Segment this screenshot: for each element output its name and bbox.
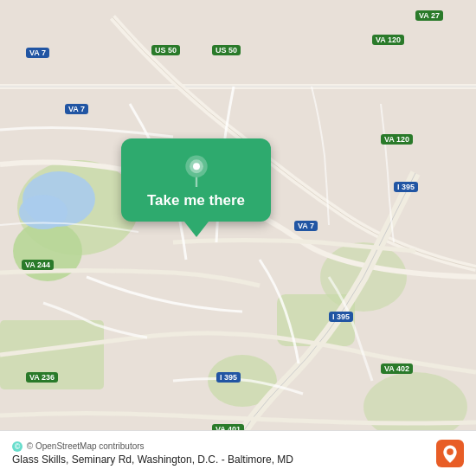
road-badge-va120-top: VA 120 <box>372 35 404 45</box>
road-badge-va7-top-left: VA 7 <box>26 48 49 58</box>
take-me-there-label: Take me there <box>147 192 245 209</box>
osm-icon: © <box>12 441 23 452</box>
road-badge-va236: VA 236 <box>26 372 58 383</box>
road-badge-va27: VA 27 <box>415 10 443 21</box>
road-badge-us50-left: US 50 <box>151 45 180 55</box>
road-badge-i395-mid: I 395 <box>329 312 353 322</box>
bottom-left: © © OpenStreetMap contributors Glass Ski… <box>12 441 293 466</box>
road-badge-va7-lower: VA 7 <box>294 221 318 231</box>
map-container: VA 7US 50US 50VA 120VA 27VA 120VA 7I 395… <box>0 0 476 476</box>
road-badge-va7-mid: VA 7 <box>65 104 88 114</box>
svg-point-14 <box>193 163 200 170</box>
popup-arrow <box>184 222 209 237</box>
svg-point-16 <box>447 448 453 455</box>
osm-credit: © © OpenStreetMap contributors <box>12 441 293 452</box>
svg-point-9 <box>19 195 68 229</box>
location-title: Glass Skills, Seminary Rd, Washington, D… <box>12 453 293 466</box>
road-badge-va402: VA 402 <box>381 363 413 374</box>
bottom-bar: © © OpenStreetMap contributors Glass Ski… <box>0 430 476 476</box>
road-badge-i395-lower: I 395 <box>216 372 241 383</box>
take-me-there-popup[interactable]: Take me there <box>121 138 271 237</box>
location-pin-icon <box>180 154 213 187</box>
take-me-there-box[interactable]: Take me there <box>121 138 271 222</box>
road-badge-va120-mid: VA 120 <box>381 134 413 145</box>
road-badge-us50-right: US 50 <box>212 45 241 55</box>
road-badge-i395-right: I 395 <box>394 182 418 192</box>
osm-text: © OpenStreetMap contributors <box>27 441 145 451</box>
moovit-icon <box>436 440 464 467</box>
road-badge-va244: VA 244 <box>22 260 54 270</box>
moovit-logo <box>436 440 464 467</box>
